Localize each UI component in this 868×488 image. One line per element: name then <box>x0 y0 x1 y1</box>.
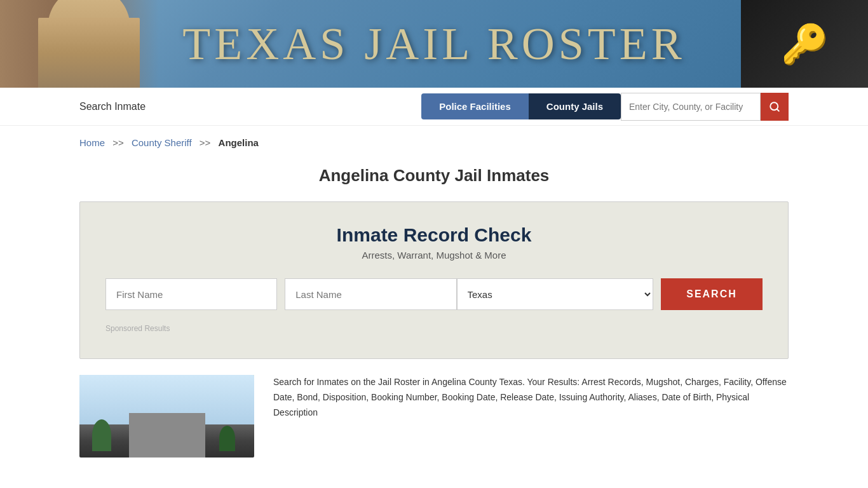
banner-left-decor <box>0 0 159 88</box>
bottom-description: Search for Inmates on the Jail Roster in… <box>273 375 789 458</box>
record-check-box: Inmate Record Check Arrests, Warrant, Mu… <box>79 201 789 359</box>
sponsored-label: Sponsored Results <box>105 324 763 333</box>
breadcrumb-county-sheriff[interactable]: County Sheriff <box>132 137 192 148</box>
breadcrumb-sep-2: >> <box>200 137 211 148</box>
first-name-input[interactable] <box>105 278 277 310</box>
record-search-button[interactable]: SEARCH <box>661 278 763 310</box>
search-icon <box>769 101 780 112</box>
capitol-illustration <box>19 0 159 88</box>
police-facilities-button[interactable]: Police Facilities <box>421 93 529 119</box>
state-select[interactable]: AlabamaAlaskaArizonaArkansasCaliforniaCo… <box>457 278 654 310</box>
banner-right-decor: 🔑 <box>741 0 868 88</box>
record-check-subtitle: Arrests, Warrant, Mugshot & More <box>105 250 763 261</box>
record-check-title: Inmate Record Check <box>105 224 763 246</box>
site-title: Texas Jail Roster <box>182 18 685 71</box>
search-inmate-label: Search Inmate <box>79 101 146 112</box>
bottom-section: Search for Inmates on the Jail Roster in… <box>0 375 868 458</box>
page-title: Angelina County Jail Inmates <box>0 166 868 186</box>
header-banner: Texas Jail Roster 🔑 <box>0 0 868 88</box>
breadcrumb-current: Angelina <box>219 137 259 148</box>
breadcrumb-sep-1: >> <box>112 137 124 148</box>
county-jails-button[interactable]: County Jails <box>529 93 621 119</box>
breadcrumb-home[interactable]: Home <box>79 137 105 148</box>
facility-search-input[interactable] <box>621 93 761 121</box>
keys-icon: 🔑 <box>741 0 868 88</box>
record-check-form: AlabamaAlaskaArizonaArkansasCaliforniaCo… <box>105 278 763 310</box>
facility-image <box>79 375 254 458</box>
breadcrumb: Home >> County Sheriff >> Angelina <box>0 126 868 159</box>
nav-right: Police Facilities County Jails <box>421 93 789 121</box>
page-title-area: Angelina County Jail Inmates <box>0 159 868 201</box>
nav-search-button[interactable] <box>761 93 789 121</box>
svg-line-1 <box>776 109 778 111</box>
nav-area: Search Inmate Police Facilities County J… <box>0 88 868 126</box>
last-name-input[interactable] <box>285 278 456 310</box>
